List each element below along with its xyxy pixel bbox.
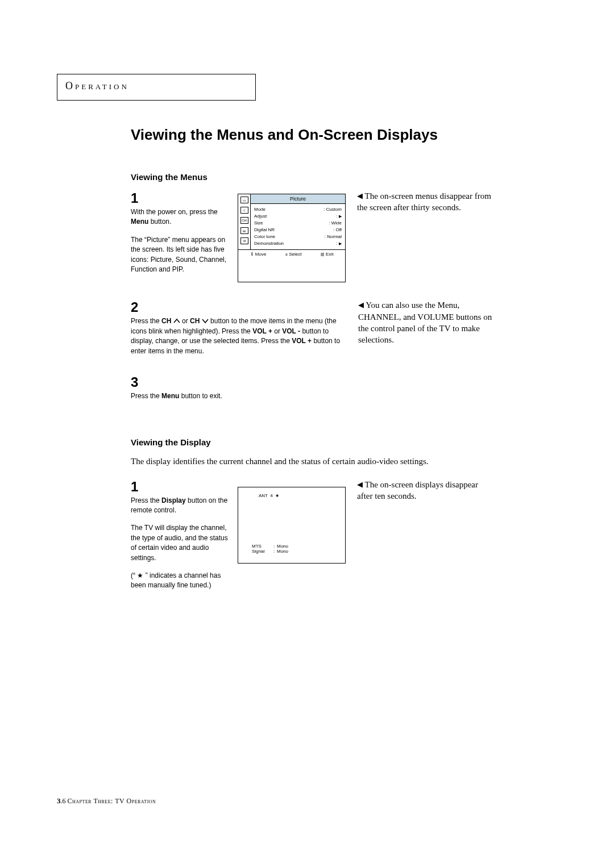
- step-body: With the power on, press the Menu button…: [131, 207, 233, 274]
- text: or: [272, 327, 282, 335]
- step-number: 3: [131, 374, 347, 390]
- step-number: 2: [131, 299, 347, 315]
- osd-header: Picture: [251, 194, 345, 204]
- text: The TV will display the channel, the typ…: [131, 523, 233, 563]
- step-body: Press the CH or CH button to the move it…: [131, 316, 347, 356]
- text: The “Picture” menu appears on the screen…: [131, 235, 233, 275]
- side-note: ◀ The on-screen menus disappear from the…: [357, 190, 493, 282]
- text: Press the: [131, 392, 161, 400]
- osd-key: Mode: [254, 206, 265, 213]
- osd-display-screenshot: ANT 4 ★ MTS:Mono Signal:Mono: [238, 487, 346, 564]
- osd-footer-exit: ▥ Exit: [321, 252, 334, 257]
- bold-text: VOL +: [292, 337, 312, 345]
- step-number: 1: [131, 190, 233, 206]
- section-title-display: Viewing the Display: [131, 437, 551, 447]
- bold-text: Menu: [131, 218, 148, 226]
- arrow-right-icon: :: [337, 213, 342, 220]
- note-text: The on-screen menus disappear from the s…: [357, 191, 491, 212]
- section-intro: The display identifies the current chann…: [131, 456, 551, 467]
- osd-footer-move: Move: [250, 252, 267, 257]
- arrow-right-icon: :: [337, 240, 342, 247]
- osd-key: Signal: [252, 549, 271, 554]
- osd-menu-screenshot: ▭ ♫ CH ⊞ ⧉ Picture ModeCustom Adjust: Si…: [238, 194, 346, 282]
- osd-footer-select: ± Select: [285, 252, 302, 257]
- osd-key: Digital NR: [254, 227, 275, 233]
- osd-value: Off: [333, 227, 342, 233]
- bold-text: CH: [190, 317, 200, 325]
- step-body: Press the Display button on the remote c…: [131, 496, 233, 591]
- picture-icon: ▭: [240, 197, 248, 203]
- bold-text: VOL +: [252, 327, 272, 335]
- text: With the power on, press the: [131, 208, 218, 216]
- osd-icon-strip: ▭ ♫ CH ⊞ ⧉: [238, 194, 251, 249]
- section-title-menus: Viewing the Menus: [131, 172, 551, 182]
- channel-icon: CH: [240, 217, 248, 224]
- footer-chapter-text: Chapter Three: TV Operation: [68, 797, 156, 805]
- text: button.: [148, 218, 171, 226]
- pointer-left-icon: ◀: [357, 191, 363, 201]
- ch-down-icon: [202, 318, 209, 324]
- bold-text: VOL -: [282, 327, 300, 335]
- text: button to exit.: [179, 392, 222, 400]
- chapter-label: Operation: [65, 80, 129, 91]
- bold-text: Menu: [161, 392, 179, 400]
- osd-key: Demonstration: [254, 240, 284, 247]
- sound-icon: ♫: [240, 207, 248, 214]
- pointer-left-icon: ◀: [357, 479, 363, 490]
- text: (“ ★ ” indicates a channel has been manu…: [131, 571, 233, 591]
- page-title: Viewing the Menus and On-Screen Displays: [131, 126, 551, 144]
- step-number: 1: [131, 479, 233, 495]
- side-note: ◀ The on-screen displays disappear after…: [357, 479, 493, 599]
- bold-text: Display: [161, 496, 186, 504]
- osd-value: Mono: [277, 549, 288, 554]
- osd-value: Wide: [329, 220, 342, 227]
- osd-value: Normal: [325, 233, 342, 240]
- osd-key: Adjust: [254, 213, 267, 220]
- step-body: Press the Menu button to exit.: [131, 391, 347, 401]
- osd-ant-line: ANT 4 ★: [259, 493, 337, 498]
- page-number-minor: .6: [61, 797, 66, 805]
- pip-icon: ⧉: [240, 237, 248, 244]
- osd-key: Size: [254, 220, 263, 227]
- note-text: The on-screen displays disappear after t…: [357, 480, 478, 500]
- osd-value: Mono: [277, 544, 288, 549]
- side-note: ◀ You can also use the Menu, CHANNEL, an…: [358, 299, 495, 364]
- function-icon: ⊞: [240, 227, 248, 234]
- ch-up-icon: [173, 318, 180, 324]
- text: Press the: [131, 496, 161, 504]
- chapter-box: Operation: [57, 74, 256, 101]
- text: Press the: [131, 317, 161, 325]
- osd-key: MTS: [252, 544, 271, 549]
- page-footer: 3.6 Chapter Three: TV Operation: [57, 796, 156, 806]
- osd-key: Color tone: [254, 233, 275, 240]
- text: or: [182, 317, 190, 325]
- osd-value: Custom: [323, 206, 342, 213]
- bold-text: CH: [161, 317, 171, 325]
- note-text: You can also use the Menu, CHANNEL, and …: [358, 301, 492, 344]
- pointer-left-icon: ◀: [358, 300, 364, 310]
